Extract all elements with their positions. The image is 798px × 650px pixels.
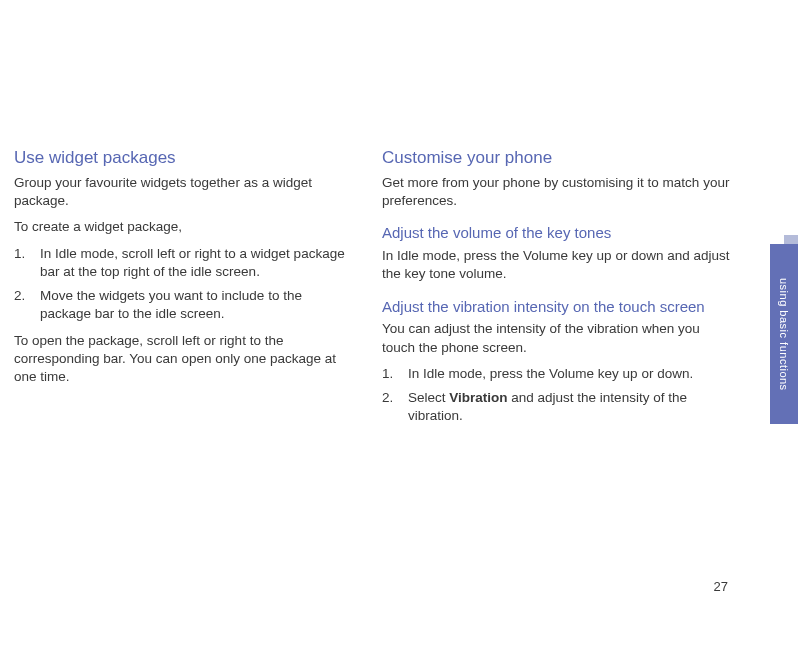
sidebar-tab: using basic functions <box>770 244 798 424</box>
vibration-steps: In Idle mode, press the Volume key up or… <box>382 365 734 426</box>
heading-vibration-intensity: Adjust the vibration intensity on the to… <box>382 298 734 317</box>
volume-keytones-body: In Idle mode, press the Volume key up or… <box>382 247 734 283</box>
list-item: In Idle mode, press the Volume key up or… <box>382 365 734 383</box>
widget-to-open: To open the package, scroll left or righ… <box>14 332 354 387</box>
heading-widget-packages: Use widget packages <box>14 148 354 168</box>
widget-intro: Group your favourite widgets together as… <box>14 174 354 210</box>
page-content: Use widget packages Group your favourite… <box>0 0 798 433</box>
widget-to-create: To create a widget package, <box>14 218 354 236</box>
list-item: In Idle mode, scroll left or right to a … <box>14 245 354 281</box>
vibration-body: You can adjust the intensity of the vibr… <box>382 320 734 356</box>
left-column: Use widget packages Group your favourite… <box>14 148 354 433</box>
widget-create-steps: In Idle mode, scroll left or right to a … <box>14 245 354 324</box>
step2-prefix: Select <box>408 390 449 405</box>
heading-volume-keytones: Adjust the volume of the key tones <box>382 224 734 243</box>
customise-intro: Get more from your phone by customising … <box>382 174 734 210</box>
page-number: 27 <box>714 579 728 594</box>
sidebar-tab-label: using basic functions <box>778 278 790 391</box>
heading-customise-phone: Customise your phone <box>382 148 734 168</box>
sidebar-tab-accent <box>784 235 798 244</box>
list-item: Move the widgets you want to include to … <box>14 287 354 323</box>
right-column: Customise your phone Get more from your … <box>382 148 734 433</box>
step2-bold: Vibration <box>449 390 507 405</box>
list-item: Select Vibration and adjust the intensit… <box>382 389 734 425</box>
